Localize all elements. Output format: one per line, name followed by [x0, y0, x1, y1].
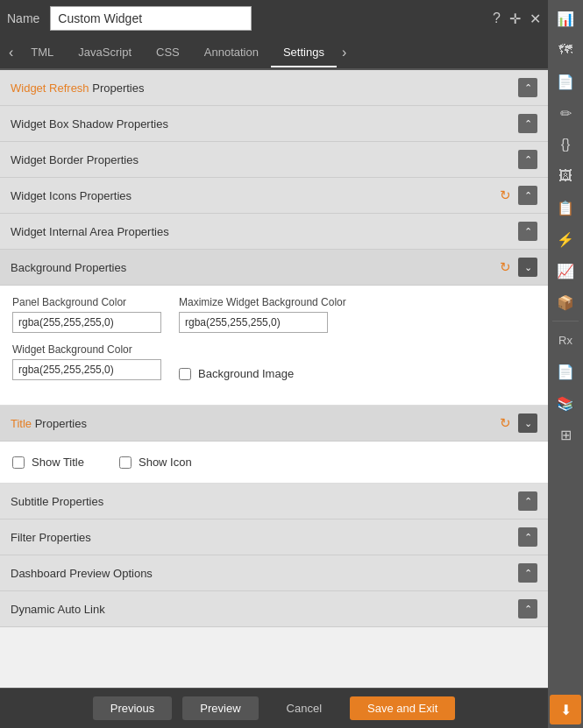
sidebar-icon-code[interactable]: {} [550, 130, 581, 159]
right-sidebar: 📊 🗺 📄 ✏ {} 🖼 📋 ⚡ 📈 📦 Rx 📄 📚 ⊞ ⬇ [548, 0, 583, 728]
sidebar-icon-bar-chart[interactable]: 📊 [550, 4, 581, 33]
preview-button[interactable]: Preview [182, 696, 258, 720]
sidebar-icon-orange-action[interactable]: ⬇ [550, 695, 581, 724]
background-chevron[interactable]: ⌄ [518, 258, 537, 277]
panel-bg-label: Panel Background Color [12, 296, 161, 308]
section-dynamic-auto-link[interactable]: Dynamic Auto Link ⌃ [0, 591, 548, 627]
bg-image-checkbox[interactable] [179, 368, 191, 380]
sidebar-icon-lightning[interactable]: ⚡ [550, 224, 581, 254]
tab-right-arrow[interactable]: › [337, 45, 352, 60]
section-filter-title: Filter Properties [11, 531, 91, 544]
show-title-label: Show Title [32, 456, 84, 469]
name-label: Name [7, 11, 39, 25]
previous-button[interactable]: Previous [93, 696, 173, 720]
section-dashboard-preview-title: Dashboard Preview Options [11, 567, 153, 580]
move-icon[interactable]: ✛ [509, 11, 521, 27]
section-title-properties[interactable]: Title Properties ↻ ⌄ [0, 406, 548, 442]
show-title-row: Show Title [12, 456, 84, 469]
sidebar-icon-grid[interactable]: ⊞ [550, 420, 581, 449]
close-icon[interactable]: ✕ [530, 11, 541, 27]
sidebar-icon-image[interactable]: 🖼 [550, 161, 581, 191]
maximize-bg-input[interactable] [179, 312, 328, 333]
title-refresh-icon[interactable]: ↻ [500, 415, 511, 431]
dashboard-preview-chevron[interactable]: ⌃ [518, 563, 537, 583]
section-widget-border-title: Widget Border Properties [11, 153, 139, 166]
section-title-label: Title Properties [11, 417, 87, 430]
sidebar-icon-table[interactable]: 📋 [550, 193, 581, 223]
footer: Previous Preview Cancel Save and Exit [0, 688, 548, 728]
dynamic-auto-link-chevron[interactable]: ⌃ [518, 599, 537, 618]
title-checkboxes-row: Show Title Show Icon [12, 452, 536, 469]
bg-image-group: Background Image [179, 343, 294, 380]
section-background-title: Background Properties [11, 261, 126, 274]
section-widget-refresh[interactable]: Widget Refresh Properties ⌃ [0, 70, 548, 106]
sidebar-icon-file[interactable]: 📄 [550, 357, 581, 386]
section-widget-icons-title: Widget Icons Properties [11, 189, 132, 202]
section-widget-icons[interactable]: Widget Icons Properties ↻ ⌃ [0, 178, 548, 214]
header: Name ? ✛ ✕ [0, 0, 548, 37]
section-widget-box-shadow[interactable]: Widget Box Shadow Properties ⌃ [0, 106, 548, 142]
maximize-bg-group: Maximize Widget Background Color [179, 296, 346, 333]
section-widget-refresh-controls: ⌃ [518, 78, 537, 97]
section-widget-box-shadow-title: Widget Box Shadow Properties [11, 117, 168, 131]
help-icon[interactable]: ? [493, 11, 501, 26]
widget-border-chevron[interactable]: ⌃ [518, 150, 537, 169]
content-area: Widget Refresh Properties ⌃ Widget Box S… [0, 70, 548, 688]
bg-image-checkbox-row: Background Image [179, 367, 294, 380]
show-icon-label: Show Icon [139, 456, 192, 469]
section-widget-refresh-title: Widget Refresh Properties [11, 81, 144, 95]
subtitle-chevron[interactable]: ⌃ [518, 491, 537, 511]
sidebar-icon-chart2[interactable]: 📈 [550, 256, 581, 286]
panel-bg-input[interactable] [12, 312, 161, 333]
background-properties-content: Panel Background Color Maximize Widget B… [0, 286, 548, 406]
title-chevron[interactable]: ⌄ [518, 413, 537, 433]
sidebar-icon-map[interactable]: 🗺 [550, 35, 581, 65]
widget-icons-chevron[interactable]: ⌃ [518, 186, 537, 205]
show-icon-checkbox[interactable] [119, 456, 132, 469]
sidebar-icon-box[interactable]: 📦 [550, 287, 581, 317]
filter-chevron[interactable]: ⌃ [518, 527, 537, 547]
tab-tml[interactable]: TML [18, 39, 66, 67]
background-row-2: Widget Background Color Background Image [12, 343, 536, 380]
widget-bg-input[interactable] [12, 359, 161, 380]
background-refresh-icon[interactable]: ↻ [500, 259, 511, 275]
widget-internal-chevron[interactable]: ⌃ [518, 222, 537, 241]
widget-bg-group: Widget Background Color [12, 343, 161, 380]
widget-name-input[interactable] [50, 6, 252, 31]
sidebar-icon-edit[interactable]: ✏ [550, 98, 581, 128]
widget-box-shadow-chevron[interactable]: ⌃ [518, 114, 537, 133]
background-row-1: Panel Background Color Maximize Widget B… [12, 296, 536, 333]
maximize-bg-label: Maximize Widget Background Color [179, 296, 346, 308]
tab-javascript[interactable]: JavaScript [66, 39, 144, 67]
section-background[interactable]: Background Properties ↻ ⌄ [0, 250, 548, 286]
header-icons: ? ✛ ✕ [493, 11, 541, 27]
save-exit-button[interactable]: Save and Exit [350, 696, 455, 720]
title-properties-content: Show Title Show Icon [0, 442, 548, 484]
section-subtitle-title: Subtitle Properties [11, 495, 103, 508]
sidebar-icon-doc[interactable]: 📄 [550, 67, 581, 96]
tab-css[interactable]: CSS [144, 39, 192, 67]
tab-settings[interactable]: Settings [271, 39, 337, 67]
sidebar-separator [552, 321, 579, 322]
sidebar-icon-layers[interactable]: 📚 [550, 388, 581, 418]
tab-left-arrow[interactable]: ‹ [4, 45, 18, 60]
section-subtitle[interactable]: Subtitle Properties ⌃ [0, 484, 548, 519]
sidebar-icon-rx[interactable]: Rx [550, 325, 581, 355]
widget-refresh-chevron[interactable]: ⌃ [518, 78, 537, 97]
show-title-checkbox[interactable] [12, 456, 25, 469]
section-dynamic-auto-link-title: Dynamic Auto Link [11, 603, 105, 616]
tab-bar: ‹ TML JavaScript CSS Annotation Settings… [0, 37, 548, 70]
section-dashboard-preview[interactable]: Dashboard Preview Options ⌃ [0, 555, 548, 591]
section-filter[interactable]: Filter Properties ⌃ [0, 519, 548, 555]
widget-bg-label: Widget Background Color [12, 343, 161, 356]
section-widget-internal-title: Widget Internal Area Properties [11, 225, 169, 238]
cancel-button[interactable]: Cancel [269, 696, 339, 720]
tab-annotation[interactable]: Annotation [192, 39, 271, 67]
bg-image-label: Background Image [198, 367, 294, 380]
section-widget-internal[interactable]: Widget Internal Area Properties ⌃ [0, 214, 548, 250]
panel-bg-group: Panel Background Color [12, 296, 161, 333]
show-icon-row: Show Icon [119, 456, 192, 469]
section-widget-border[interactable]: Widget Border Properties ⌃ [0, 142, 548, 178]
widget-icons-refresh-icon[interactable]: ↻ [500, 187, 511, 203]
